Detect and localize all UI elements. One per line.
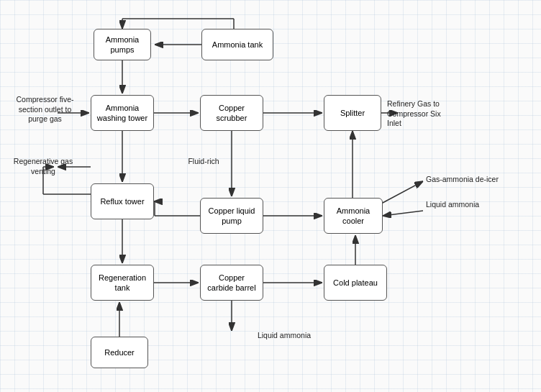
copper-liquid-pump-box: Copper liquid pump bbox=[200, 198, 263, 234]
liquid-ammonia-label1: Liquid ammonia bbox=[426, 200, 527, 210]
regeneration-tank-box: Regeneration tank bbox=[91, 265, 154, 301]
fluid-rich-label: Fluid-rich bbox=[178, 157, 229, 167]
ammonia-tank-box: Ammonia tank bbox=[201, 29, 273, 60]
cold-plateau-box: Cold plateau bbox=[324, 265, 387, 301]
copper-scrubber-box: Copper scrubber bbox=[200, 95, 263, 131]
reflux-tower-box: Reflux tower bbox=[91, 183, 154, 219]
reducer-box: Reducer bbox=[91, 337, 148, 368]
splitter-box: Splitter bbox=[324, 95, 381, 131]
ammonia-washing-tower-box: Ammonia washing tower bbox=[91, 95, 154, 131]
liquid-ammonia-label2: Liquid ammonia bbox=[237, 331, 331, 341]
gas-ammonia-label: Gas-ammonia de-icer bbox=[426, 175, 530, 185]
copper-carbide-barrel-box: Copper carbide barrel bbox=[200, 265, 263, 301]
svg-line-16 bbox=[383, 211, 423, 216]
diagram-container: Ammonia pumps Ammonia tank Ammonia washi… bbox=[0, 0, 541, 392]
ammonia-pumps-box: Ammonia pumps bbox=[94, 29, 151, 60]
svg-line-15 bbox=[381, 181, 423, 204]
refinery-gas-label: Refinery Gas toCompressor SixInlet bbox=[387, 99, 473, 129]
compressor-label: Compressor five-section outlet topurge g… bbox=[4, 95, 86, 124]
regenerative-label: Regenerative gasventing bbox=[4, 157, 83, 176]
ammonia-cooler-box: Ammonia cooler bbox=[324, 198, 383, 234]
